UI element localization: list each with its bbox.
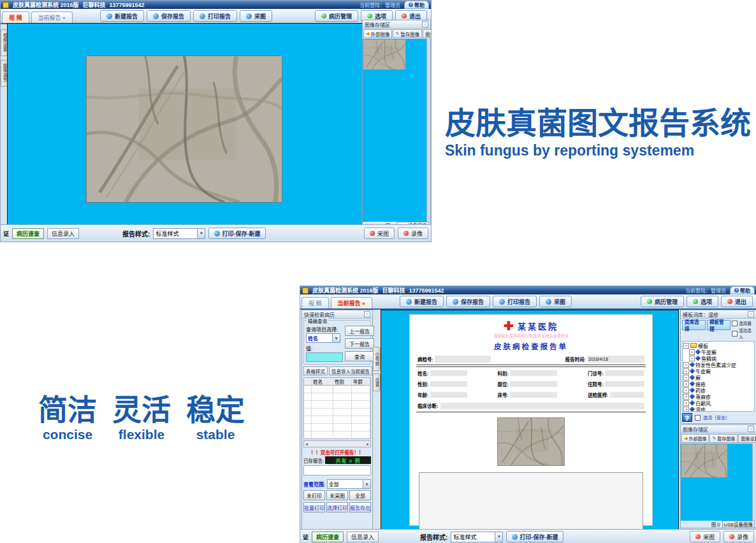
append-checkbox[interactable] bbox=[732, 331, 738, 337]
tree-item[interactable]: +白颠风 bbox=[683, 400, 753, 406]
table-row[interactable] bbox=[304, 409, 370, 416]
records-manage-button[interactable]: 病历管理 bbox=[315, 10, 358, 22]
select-print-button[interactable]: 选择打印 bbox=[326, 502, 348, 512]
query-button[interactable]: 查询 bbox=[345, 351, 374, 361]
library-select-button[interactable]: 类库选择 bbox=[682, 320, 706, 330]
export-report-button[interactable]: 报告存出 bbox=[349, 502, 371, 512]
exit-button[interactable]: 退出 bbox=[721, 296, 753, 307]
doctor-field[interactable] bbox=[610, 392, 644, 398]
expand-icon[interactable]: + bbox=[683, 362, 689, 368]
report-style-select[interactable]: 标准样式 ▼ bbox=[451, 532, 503, 542]
next-report-button[interactable]: 下一报告 bbox=[345, 338, 374, 349]
expand-icon[interactable]: + bbox=[683, 343, 689, 349]
view-range-select[interactable]: 全部 ▼ bbox=[327, 479, 371, 489]
table-style-button[interactable]: 表格样式 bbox=[303, 366, 328, 375]
close-icon[interactable]: ▫ bbox=[748, 311, 754, 317]
live-video-area[interactable] bbox=[7, 23, 363, 226]
print-report-button[interactable]: 打印报告 bbox=[193, 10, 237, 22]
collapse-icon[interactable]: ▫ bbox=[422, 21, 428, 27]
tab-video[interactable]: 视 频 bbox=[302, 297, 329, 308]
report-name-box[interactable] bbox=[303, 465, 371, 475]
report-page[interactable]: ✚ 某某医院 温馨提示:医院名称可到选项-系统设置里修改 皮肤病检查报告单 病检… bbox=[409, 314, 653, 526]
age-field[interactable] bbox=[430, 392, 467, 398]
tree-item[interactable]: +特发性色素减少症 bbox=[683, 361, 753, 368]
filter-uncaptured-button[interactable]: 未采图 bbox=[326, 490, 348, 500]
query-value-input[interactable] bbox=[306, 352, 343, 362]
expand-icon[interactable]: + bbox=[683, 407, 689, 412]
inpatient-field[interactable] bbox=[605, 381, 644, 387]
tree-item[interactable]: +鱼鳞病 bbox=[683, 355, 753, 361]
capture-button[interactable]: 采图 bbox=[539, 296, 572, 307]
expand-icon[interactable]: + bbox=[683, 381, 689, 387]
print-save-new-button[interactable]: 打印-保存-新建 bbox=[208, 228, 266, 239]
tree-item[interactable]: +荨麻疹 bbox=[683, 393, 753, 400]
dept-field[interactable] bbox=[510, 370, 557, 376]
record-video-button[interactable]: 录像 bbox=[723, 531, 754, 542]
patient-result-table[interactable]: 姓名 性别 年龄 bbox=[303, 377, 371, 439]
tree-item[interactable]: +痤疮 bbox=[683, 380, 753, 387]
report-time-field[interactable]: 2016/4/18 bbox=[587, 356, 644, 363]
capture-image-button[interactable]: 采图 bbox=[690, 531, 720, 542]
thumbnail-area[interactable] bbox=[681, 444, 752, 521]
outpatient-field[interactable] bbox=[605, 370, 644, 376]
prev-report-button[interactable]: 上一报告 bbox=[345, 326, 374, 336]
batch-print-button[interactable]: 批量打印 bbox=[303, 502, 325, 512]
diagnosis-field[interactable] bbox=[440, 403, 645, 409]
options-button[interactable]: 选项 bbox=[687, 296, 718, 307]
expand-icon[interactable]: + bbox=[683, 368, 689, 374]
sex-field[interactable] bbox=[430, 381, 467, 387]
table-row[interactable] bbox=[304, 393, 370, 401]
temp-image-button[interactable]: ✎ 暂存图像 bbox=[709, 434, 738, 443]
tree-item[interactable]: +湿疹 bbox=[683, 406, 753, 412]
image-thumbnail[interactable] bbox=[363, 40, 405, 69]
new-report-button[interactable]: 新建报告 bbox=[400, 296, 444, 307]
tab-current-report[interactable]: 当前报告 « bbox=[31, 11, 73, 23]
table-row[interactable] bbox=[304, 401, 370, 409]
table-row[interactable] bbox=[304, 424, 370, 431]
external-image-button[interactable]: ◀ 外部图像 bbox=[681, 434, 709, 443]
help-button[interactable]: ? 帮助 bbox=[404, 1, 429, 9]
expand-icon[interactable]: + bbox=[689, 349, 695, 355]
expand-icon[interactable]: + bbox=[683, 375, 689, 380]
template-tree[interactable]: +模板 +牛皮癣 +鱼鳞病 +特发性色素减少症 +牛皮癣 +癣 +痤疮 +药疹 … bbox=[682, 341, 755, 412]
word-select-checkbox[interactable] bbox=[695, 415, 701, 421]
quick-search-button[interactable]: 病历速查 bbox=[12, 228, 44, 239]
filter-all-button[interactable]: 全部 bbox=[349, 490, 371, 500]
tree-item[interactable]: +牛皮癣 bbox=[683, 349, 753, 355]
capture-button[interactable]: 采图 bbox=[240, 10, 272, 22]
table-row[interactable] bbox=[304, 431, 370, 438]
help-button[interactable]: ? 帮助 bbox=[730, 286, 755, 294]
table-row[interactable] bbox=[304, 416, 370, 424]
bed-field[interactable] bbox=[510, 392, 557, 398]
import-to-report-button[interactable]: 信息导入当前报告 bbox=[329, 366, 372, 375]
report-style-select[interactable]: 标准样式 ▼ bbox=[153, 228, 205, 239]
expand-icon[interactable]: + bbox=[689, 356, 695, 361]
table-horizontal-scrollbar[interactable]: ◄► bbox=[303, 440, 371, 447]
info-entry-button[interactable]: 信息录入 bbox=[47, 228, 79, 239]
image-settings-button[interactable]: 图像设置 bbox=[423, 29, 432, 38]
capture-image-button[interactable]: 采图 bbox=[364, 228, 395, 239]
save-report-button[interactable]: 保存报告 bbox=[446, 296, 490, 307]
tab-video[interactable]: 视 频 bbox=[2, 11, 29, 23]
name-field[interactable] bbox=[430, 370, 467, 376]
thumbnail-scrollbar[interactable] bbox=[426, 39, 430, 222]
side-tab-position[interactable]: 位置 bbox=[373, 373, 381, 391]
thumbnail-scrollbar[interactable] bbox=[752, 444, 756, 521]
filter-unprinted-button[interactable]: 未打印 bbox=[303, 490, 325, 500]
save-report-button[interactable]: 保存报告 bbox=[147, 10, 191, 22]
expand-icon[interactable]: + bbox=[683, 387, 689, 393]
temp-image-button[interactable]: ✎ 暂存图像 bbox=[393, 29, 422, 38]
word-button[interactable]: 字 bbox=[682, 413, 692, 422]
print-save-new-button[interactable]: 打印-保存-新建 bbox=[506, 531, 563, 542]
collapse-icon[interactable]: ▫ bbox=[748, 426, 754, 432]
thumbnail-area[interactable] bbox=[363, 39, 426, 222]
image-settings-button[interactable]: 图像设置 bbox=[738, 434, 756, 443]
record-video-button[interactable]: 录像 bbox=[398, 228, 428, 239]
report-microscope-image[interactable] bbox=[497, 417, 565, 466]
close-icon[interactable]: ▫ bbox=[364, 311, 370, 317]
records-manage-button[interactable]: 病历管理 bbox=[641, 296, 684, 307]
expand-icon[interactable]: + bbox=[683, 394, 689, 400]
print-report-button[interactable]: 打印报告 bbox=[493, 296, 537, 307]
image-thumbnail[interactable] bbox=[681, 444, 727, 477]
quick-search-button[interactable]: 病历速查 bbox=[312, 532, 344, 542]
